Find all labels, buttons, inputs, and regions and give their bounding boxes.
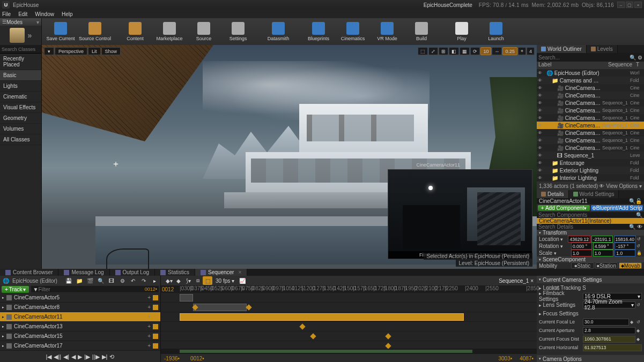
tree-row[interactable]: 👁🎥 CineCameraActor1Cine bbox=[537, 92, 644, 99]
key-icon[interactable]: ◆▾ bbox=[164, 276, 174, 285]
keyframe-icon[interactable] bbox=[310, 333, 316, 339]
loop-icon[interactable]: ⟲ bbox=[109, 353, 114, 360]
category-lights[interactable]: Lights bbox=[0, 81, 41, 92]
add-key-icon[interactable]: + bbox=[147, 295, 151, 300]
category-volumes[interactable]: Volumes bbox=[0, 124, 41, 134]
tree-row[interactable]: 👁🎥 CineCameraActor3Sequence_1Cine bbox=[537, 99, 644, 107]
visibility-icon[interactable]: 👁 bbox=[538, 116, 544, 120]
vp-tool-3[interactable]: Show bbox=[101, 47, 121, 55]
clapper-icon[interactable]: 🎞 bbox=[107, 276, 116, 285]
section-scenecomponent[interactable]: ▾SceneComponent bbox=[537, 257, 644, 262]
loc-z-field[interactable]: 15816.40 bbox=[614, 236, 636, 243]
aperture-field[interactable]: 2.8 bbox=[583, 327, 635, 334]
toolbar-content[interactable]: Content bbox=[120, 19, 151, 44]
play-range[interactable] bbox=[161, 349, 537, 354]
maximize-button[interactable]: ▢ bbox=[626, 2, 633, 8]
expand-icon[interactable]: ▸ bbox=[2, 334, 4, 338]
play-icon[interactable]: ▸ bbox=[150, 276, 159, 285]
menu-window[interactable]: Window bbox=[35, 11, 54, 17]
visibility-icon[interactable]: 👁 bbox=[538, 131, 544, 135]
range-out[interactable]: 3003• bbox=[499, 356, 513, 361]
tree-row[interactable]: 👁🎥 CineCameraActor11Sequence_1Cine bbox=[537, 122, 644, 129]
eye-icon[interactable]: 👁 bbox=[637, 224, 642, 230]
section-current-camera[interactable]: ▾Current Camera Settings bbox=[537, 276, 644, 283]
vp-rtool-1[interactable]: ⤢ bbox=[428, 47, 438, 55]
view-options-button[interactable]: 👁 View Options▾ bbox=[599, 183, 642, 189]
expand-icon[interactable]: ▸ bbox=[2, 344, 4, 348]
component-instance[interactable]: CineCameraActor11(Instance) bbox=[537, 218, 644, 224]
lane[interactable] bbox=[161, 331, 537, 341]
seq-track[interactable]: ▸CineCameraActor5+ bbox=[0, 293, 160, 303]
toolbar-source-control[interactable]: Source Control bbox=[79, 19, 110, 44]
seq-track[interactable]: ▸CineCameraActor15+ bbox=[0, 331, 160, 341]
category-all-classes[interactable]: All Classes bbox=[0, 134, 41, 145]
focal-length-field[interactable]: 30.0 bbox=[583, 319, 629, 326]
browse-icon[interactable]: 🔍 bbox=[629, 198, 635, 204]
save-icon[interactable]: 💾 bbox=[64, 276, 73, 285]
vp-rtool-2[interactable]: ⊞ bbox=[439, 47, 448, 55]
autokey-icon[interactable]: ◆ bbox=[174, 276, 183, 285]
vp-rtool-0[interactable]: ⬚ bbox=[418, 47, 428, 55]
camera-cut[interactable] bbox=[180, 294, 193, 301]
keyframe-icon[interactable] bbox=[385, 343, 391, 349]
viewport[interactable]: ＋ ▾PerspectiveLitShow ⬚⤢⊞◧▦⟳10↔0.25⌖4 Ci… bbox=[42, 45, 537, 269]
category-visual-effects[interactable]: Visual Effects bbox=[0, 102, 41, 113]
modes-tab[interactable]: ☰ Modes▾ bbox=[0, 18, 41, 26]
loc-y-field[interactable]: -23191.1 bbox=[591, 236, 613, 243]
modes-expand-icon[interactable]: » bbox=[28, 31, 32, 40]
lane[interactable] bbox=[161, 322, 537, 331]
seq-track[interactable]: ▸CineCameraActor11+ bbox=[0, 312, 160, 322]
tab-world-settings[interactable]: World Settings bbox=[569, 190, 619, 198]
menu-edit[interactable]: Edit bbox=[18, 11, 27, 17]
toolbar-launch[interactable]: Launch bbox=[480, 19, 512, 44]
visibility-icon[interactable]: 👁 bbox=[538, 176, 544, 180]
snap-icon[interactable]: ⧈ bbox=[193, 276, 203, 285]
toolbar-cinematics[interactable]: Cinematics bbox=[337, 19, 368, 44]
step-fwd-key-icon[interactable]: |▶ bbox=[84, 353, 90, 360]
render-icon[interactable]: 🎬 bbox=[86, 276, 94, 285]
seq-track[interactable]: ▸CineCameraActor8+ bbox=[0, 303, 160, 312]
reset-icon[interactable]: ↺ bbox=[636, 320, 642, 325]
mob-stationary[interactable]: ■ Station bbox=[595, 262, 618, 269]
step-back-key-icon[interactable]: ◀| bbox=[63, 353, 69, 360]
minimize-button[interactable]: – bbox=[617, 2, 625, 8]
expand-icon[interactable]: ▸ bbox=[2, 315, 4, 319]
play-icon[interactable]: ▶ bbox=[78, 353, 82, 360]
add-component-button[interactable]: + Add Component ▾ bbox=[538, 205, 590, 211]
range-start[interactable]: -1936• bbox=[164, 356, 180, 361]
filter-icon[interactable]: ▼ bbox=[33, 286, 38, 292]
rot-x-field[interactable]: 0.000 ° bbox=[571, 243, 592, 250]
focus-dist-field[interactable]: 1060.307861 bbox=[583, 336, 635, 343]
visibility-icon[interactable]: 👁 bbox=[538, 123, 544, 128]
play-reverse-icon[interactable]: ◀ bbox=[71, 353, 76, 360]
tree-row[interactable]: 👁🌐 EpicHouse (Editor)Worl bbox=[537, 69, 644, 77]
tree-row[interactable]: 👁📁 Exterior LightingFold bbox=[537, 167, 644, 174]
camera-cut[interactable] bbox=[193, 304, 247, 311]
visibility-icon[interactable]: 👁 bbox=[538, 161, 544, 165]
vp-rtool-4[interactable]: ▦ bbox=[460, 47, 470, 55]
tree-row[interactable]: 👁🎥 CineCameraActor5Sequence_1Cine bbox=[537, 107, 644, 114]
close-button[interactable]: × bbox=[634, 2, 642, 8]
tab-details[interactable]: Details bbox=[537, 190, 569, 198]
goto-end-icon[interactable]: ▶| bbox=[102, 353, 108, 360]
step-back-frame-icon[interactable]: ◀|| bbox=[54, 353, 61, 360]
tree-row[interactable]: 👁🎥 CineCameraActor8Sequence_1Cine bbox=[537, 114, 644, 122]
tab-output-log[interactable]: Output Log bbox=[110, 269, 155, 276]
visibility-icon[interactable]: 👁 bbox=[538, 108, 544, 113]
toolbar-datasmith[interactable]: Datasmith bbox=[263, 19, 294, 44]
vp-rtool-3[interactable]: ◧ bbox=[449, 47, 459, 55]
curve-icon[interactable]: ⟆▾ bbox=[183, 276, 193, 285]
undo-icon[interactable]: ↶ bbox=[129, 276, 137, 285]
add-key-icon[interactable]: + bbox=[147, 343, 151, 349]
search-components-input[interactable] bbox=[538, 212, 636, 218]
visibility-icon[interactable]: 👁 bbox=[538, 71, 544, 76]
toolbar-play[interactable]: Play bbox=[446, 19, 477, 44]
outliner-search-input[interactable] bbox=[538, 55, 630, 61]
visibility-icon[interactable]: 👁 bbox=[538, 146, 544, 150]
rot-y-field[interactable]: 4.599 ° bbox=[593, 243, 614, 250]
toolbar-settings[interactable]: Settings bbox=[223, 19, 254, 44]
world-icon[interactable]: 🌐 bbox=[2, 276, 10, 285]
track-vis-icon[interactable] bbox=[153, 305, 158, 310]
track-lanes[interactable] bbox=[161, 293, 537, 349]
lane[interactable] bbox=[161, 303, 537, 312]
